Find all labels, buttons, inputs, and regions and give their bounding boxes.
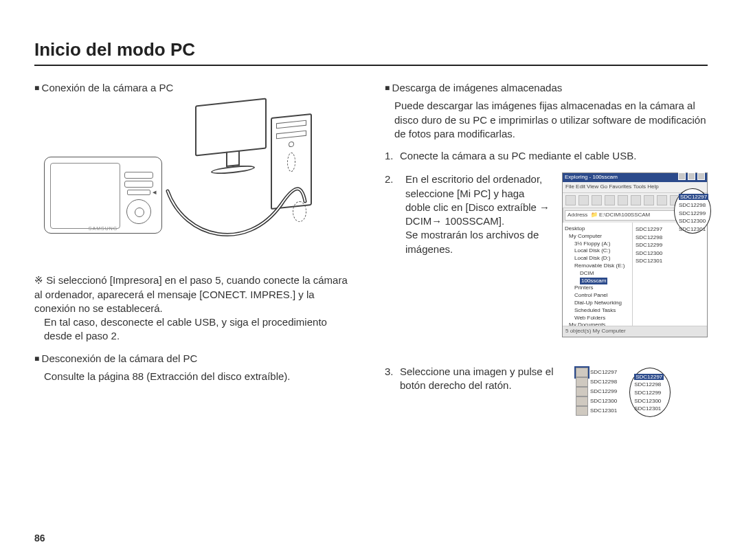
step-3: 3. Seleccione una imagen y pulse el botó…: [385, 365, 708, 417]
optical-drive: [276, 120, 306, 129]
file-item: SDC12298: [679, 201, 706, 210]
thumbnail-item: SDC12301: [576, 406, 617, 416]
address-value: E:\DCIM\100SSCAM: [599, 212, 650, 218]
right-column: Descarga de imágenes almacenadas Puede d…: [385, 78, 708, 427]
power-button-icon: [289, 142, 294, 148]
thumbnail-icon: [576, 396, 588, 406]
cut-icon: [605, 195, 615, 205]
step-1: 1. Conecte la cámara a su PC mediante el…: [385, 149, 708, 163]
maximize-icon: [688, 172, 695, 180]
left-column: Conexión de la cámara a PC SAMSUNG: [34, 78, 357, 427]
camera-dpad: [126, 199, 151, 224]
thumbnail-label: SDC12298: [590, 378, 617, 386]
file-item-selected: SDC12297: [634, 374, 664, 380]
camera-usb-port: [127, 190, 150, 195]
thumbnail-label: SDC12299: [590, 388, 617, 396]
thumbnail-magnifier-icon: SDC12297 SDC12298 SDC12299 SDC12300 SDC1…: [629, 368, 671, 417]
tree-node: Dial-Up Networking: [565, 300, 630, 307]
download-body: Puede descargar las imágenes fijas almac…: [394, 99, 708, 141]
note-marker: ※: [34, 274, 43, 286]
file-item: SDC12300: [636, 249, 704, 258]
file-item: SDC12300: [634, 397, 666, 405]
thumbnail-item: SDC12299: [576, 387, 617, 396]
file-item: SDC12301: [679, 225, 706, 234]
camera-button: [124, 172, 153, 179]
tree-node: Local Disk (D:): [565, 255, 630, 262]
two-column-layout: Conexión de la cámara a PC SAMSUNG: [34, 78, 708, 427]
windows-explorer-screenshot: Exploring - 100sscam File Edit View Go F…: [562, 172, 708, 337]
window-buttons: [677, 172, 705, 183]
tree-selected-label: 100sscam: [580, 278, 607, 285]
optical-drive: [276, 131, 306, 139]
explorer-body: Desktop My Computer 3½ Floppy (A:) Local…: [563, 223, 707, 326]
tree-node: My Documents: [565, 322, 630, 326]
thumbnail-item: SDC12300: [576, 396, 617, 406]
thumbnail-label: SDC12300: [590, 397, 617, 405]
undo-icon: [644, 195, 654, 205]
file-item: SDC12297: [679, 193, 706, 201]
heading-connect-camera: Conexión de la cámara a PC: [34, 81, 357, 95]
thumbnail-item: SDC12297: [576, 368, 617, 377]
copy-icon: [618, 195, 628, 205]
step-text: Conecte la cámara a su PC mediante el ca…: [400, 149, 708, 163]
minimize-icon: [678, 172, 686, 180]
printer-mode-note: ※ Si seleccionó [Impresora] en el paso 5…: [34, 273, 357, 343]
tree-node-selected: 100sscam: [565, 278, 630, 285]
tree-node: Control Panel: [565, 292, 630, 300]
camera-back-view: SAMSUNG: [44, 157, 162, 234]
file-item: SDC12301: [634, 405, 666, 413]
file-item: SDC12299: [679, 210, 706, 218]
tree-node: Desktop: [565, 225, 630, 233]
step-number: 3.: [385, 365, 396, 417]
step-text: En el escritorio del ordenador, seleccio…: [405, 172, 552, 256]
address-label: Address: [567, 212, 587, 218]
page-title: Inicio del modo PC: [34, 38, 708, 63]
file-item-selected: SDC12297: [679, 194, 708, 200]
delete-icon: [657, 195, 667, 205]
disconnect-body: Consulte la página 88 (Extracción del di…: [44, 370, 357, 383]
title-rule: [34, 65, 708, 66]
back-icon: [565, 195, 576, 205]
camera-button: [124, 181, 153, 188]
thumbnail-icon: [576, 406, 588, 416]
tree-node: My Computer: [565, 233, 630, 240]
manual-page: Inicio del modo PC Conexión de la cámara…: [0, 0, 742, 560]
thumbnail-icon: [576, 387, 588, 396]
tree-node: 3½ Floppy (A:): [565, 240, 630, 248]
folder-tree: Desktop My Computer 3½ Floppy (A:) Local…: [563, 223, 633, 326]
tree-node: Local Disk (C:): [565, 247, 630, 255]
paste-icon: [631, 195, 641, 205]
thumbnail-icon: [576, 368, 588, 377]
thumbnail-label: SDC12297: [590, 368, 617, 377]
file-item: SDC12301: [636, 257, 704, 265]
step-text: Seleccione una imagen y pulse el botón d…: [400, 365, 572, 417]
status-bar: 5 object(s) My Computer: [563, 326, 707, 337]
up-icon: [592, 195, 602, 205]
window-title: Exploring - 100sscam: [565, 174, 618, 181]
forward-icon: [578, 195, 589, 205]
step-2: 2. En el escritorio del ordenador, selec…: [385, 172, 708, 337]
thumbnail-label: SDC12301: [590, 407, 617, 415]
tree-node: Scheduled Tasks: [565, 307, 630, 315]
close-icon: [697, 172, 705, 180]
file-item: SDC12298: [634, 381, 666, 389]
tree-node: DCIM: [565, 270, 630, 278]
monitor-screen: [195, 98, 267, 157]
thumbnail-column: SDC12297 SDC12298 SDC12299 SDC12300: [576, 368, 617, 416]
file-item: SDC12297: [634, 373, 666, 381]
file-item: SDC12300: [679, 217, 706, 225]
tree-node: Printers: [565, 284, 630, 292]
file-item: SDC12298: [636, 234, 704, 242]
file-item: SDC12299: [636, 241, 704, 249]
usb-cable: [164, 164, 308, 253]
camera-controls: [123, 170, 155, 224]
thumbnail-item: SDC12298: [576, 377, 617, 387]
file-list-magnifier-icon: SDC12297 SDC12298 SDC12299 SDC12300 SDC1…: [674, 188, 711, 234]
thumbnail-icon: [576, 377, 588, 387]
illustration-camera-to-pc: SAMSUNG: [44, 102, 333, 260]
note-text-1: Si seleccionó [Impresora] en el paso 5, …: [34, 274, 348, 314]
heading-download-images: Descarga de imágenes almacenadas: [385, 81, 708, 95]
thumbnail-screenshot: SDC12297 SDC12298 SDC12299 SDC12300: [576, 368, 671, 417]
note-text-2: En tal caso, desconecte el cable USB, y …: [44, 315, 357, 344]
camera-brand-label: SAMSUNG: [89, 225, 117, 232]
